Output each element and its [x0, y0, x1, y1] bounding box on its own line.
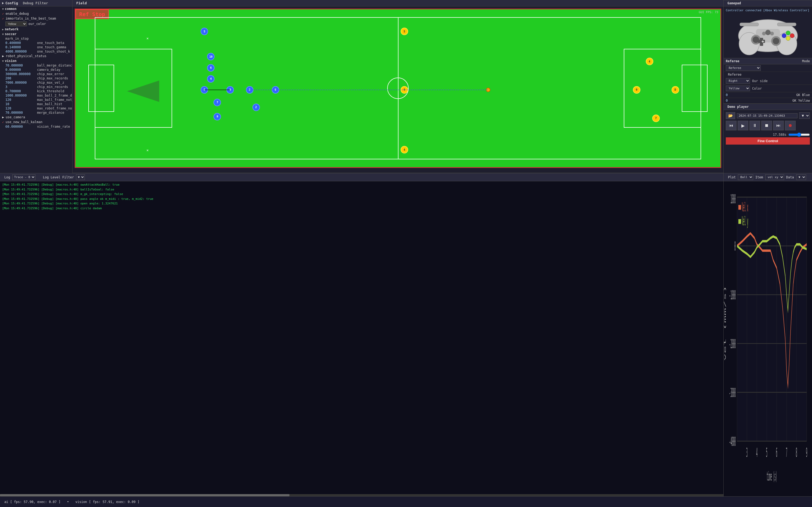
demo-open-button[interactable]: 📂 — [726, 112, 735, 119]
one-touch-beta-key: one_touch_beta — [37, 41, 64, 45]
our-side-row: Right Left Our side — [724, 77, 812, 85]
plot-panel: Plot Ball Item vel xy Data ▼ — [723, 173, 812, 496]
demo-play-button[interactable]: ▶ — [738, 121, 748, 130]
controller-info: Controller connected [Xbox Wireless Cont… — [726, 9, 810, 12]
one-touch-gamma-val: 0.140000 — [5, 45, 35, 49]
plot-vel-xy-select[interactable]: vel xy — [765, 174, 784, 180]
soccer-section[interactable]: ▼ soccer — [0, 32, 72, 37]
svg-point-13 — [786, 36, 790, 41]
color-label: Color — [752, 87, 810, 91]
gk-yellow-row: 0 GK Yellow — [724, 98, 812, 104]
immortals-check-icon: ✓ — [2, 17, 4, 20]
one-touch-shoot-val: 4000.000000 — [5, 50, 35, 53]
log-scrollbar[interactable] — [0, 494, 723, 496]
our-color-select[interactable]: Yellow Blue — [5, 21, 27, 26]
robot-blue-2: 2 — [252, 104, 260, 111]
common-section[interactable]: ▼ common — [0, 6, 72, 11]
log-line-3: [Mon 15:49:41.732596] [Debug] [macros.h:… — [2, 192, 721, 196]
enable-debug-label: enable_debug — [6, 12, 29, 15]
referee-label: Referee — [726, 59, 740, 63]
svg-text:-3000: -3000 — [729, 386, 736, 400]
max-ball-hist-val: 10 — [5, 102, 35, 106]
ai-status: ai [ fps: 57.90, exec: 0.07 ] — [4, 500, 61, 504]
trace-select[interactable]: Trace - 0 Debug - 1 Info - 2 — [12, 174, 36, 180]
our-side-label: Our side — [752, 79, 810, 83]
network-section[interactable]: ▶ network — [0, 27, 72, 32]
gk-yellow-val: 0 — [726, 99, 728, 103]
ball-merge-key: ball_merge_distance — [37, 64, 72, 67]
max-ball-2-frame-key: max_ball_2_frame_dis — [37, 94, 72, 97]
robot-yellow-4a: 4 — [646, 58, 653, 65]
immortals-item[interactable]: ✓ immortals_is_the_best_team — [0, 16, 72, 21]
enable-debug-item[interactable]: ✓ enable_debug — [0, 11, 72, 16]
kick-threshold-row: 0.700000 kick_threshold — [0, 89, 72, 93]
ball-merge-val: 70.000000 — [5, 64, 35, 67]
plot-data-select[interactable]: ▼ — [796, 174, 806, 180]
demo-stop-button[interactable]: ⏹ — [761, 121, 772, 130]
our-side-select[interactable]: Right Left — [726, 78, 750, 84]
demo-file-select[interactable]: ▼ — [799, 112, 810, 119]
plot-header: Plot Ball Item vel xy Data ▼ — [724, 173, 812, 181]
gk-blue-val: 0 — [726, 93, 728, 97]
robot-blue-5b: 5 — [201, 86, 208, 94]
network-label: network — [5, 27, 18, 31]
field-panel: Field Ref Stop GUI FPS: 73 × × 5 10 6 4 … — [72, 0, 723, 173]
chip-max-error-key: chip_max_error — [37, 72, 64, 76]
field-panel-header: Field — [72, 0, 723, 6]
log-level-filter-select[interactable]: ▼ — [76, 174, 85, 180]
log-level-filter-label: Log Level Filter — [43, 175, 74, 179]
svg-text:-2000: -2000 — [729, 337, 736, 351]
svg-point-7 — [773, 38, 779, 44]
ball-merge-row: 70.000000 ball_merge_distance — [0, 63, 72, 68]
robot-blue-6a: 6 — [207, 64, 214, 72]
svg-text:5: 5 — [766, 445, 767, 460]
svg-rect-21 — [737, 197, 807, 441]
fine-control-button[interactable]: Fine Control — [726, 137, 810, 145]
svg-rect-15 — [777, 23, 796, 26]
one-touch-beta-row: 0.400000 one_touch_beta — [0, 41, 72, 45]
demo-player-header: Demo player — [724, 104, 812, 110]
demo-file-input[interactable] — [737, 113, 798, 118]
demo-rewind-button[interactable]: ⏮ — [726, 121, 737, 130]
use-camera-item[interactable]: ▶ use_camera — [0, 115, 72, 120]
merge-distance-key: merge_distance — [37, 111, 64, 115]
status-separator: • — [67, 500, 69, 504]
camera-delay-val: 0.000000 — [5, 68, 35, 72]
referee-option-text: Referee — [728, 73, 742, 76]
robot-blue-9: 9 — [213, 113, 221, 120]
demo-forward-button[interactable]: ⏭ — [773, 121, 784, 130]
robot-physical-label: robot_physical_status — [6, 54, 46, 58]
use-new-ball-item[interactable]: ✓ use_new_ball_kalman — [0, 120, 72, 124]
demo-time-slider[interactable] — [789, 132, 810, 137]
kick-threshold-key: kick_threshold — [37, 89, 64, 93]
robot-yellow-0: 0 — [633, 86, 641, 94]
our-color-label: our_color — [29, 22, 46, 26]
demo-record-button[interactable]: ⏺ — [785, 121, 796, 130]
use-new-ball-check-icon: ✓ — [2, 120, 4, 124]
plot-ball-select[interactable]: Ball — [738, 174, 753, 180]
referee-mode-select[interactable]: Referee Manual — [726, 65, 761, 71]
vision-section[interactable]: ▼ vision — [0, 58, 72, 63]
use-new-ball-label: use_new_ball_kalman — [6, 120, 42, 124]
common-arrow-icon: ▼ — [2, 7, 4, 10]
log-scrollbar-thumb — [0, 494, 290, 496]
config-label: Config — [5, 1, 18, 5]
gui-fps-display: GUI FPS: 73 — [699, 10, 718, 14]
svg-point-12 — [782, 34, 786, 38]
fine-control-label: Fine Control — [758, 139, 778, 143]
svg-text:Vel y: Vel y — [742, 214, 748, 228]
chip-min-records-row: 3 chip_min_records — [0, 85, 72, 89]
demo-pause-button[interactable]: ⏸ — [750, 121, 760, 130]
robot-blue-7: 7 — [213, 99, 221, 106]
robot-physical-item[interactable]: ▶ robot_physical_status — [0, 54, 72, 58]
chip-max-error-row: 300000.000000 chip_max_error — [0, 72, 72, 76]
referee-mode-row: Referee Manual — [724, 64, 812, 72]
camera-delay-key: camera_delay — [37, 68, 60, 72]
vision-label: vision — [5, 59, 16, 63]
ref-stop-text: Ref Stop — [79, 11, 105, 17]
one-touch-gamma-row: 0.140000 one_touch_gamma — [0, 45, 72, 49]
max-robot-frame-row: 120 max_robot_frame_not_ — [0, 106, 72, 111]
chip-max-records-val: 200 — [5, 76, 35, 80]
color-select[interactable]: Yellow Blue — [726, 86, 750, 91]
log-panel: Log Trace - 0 Debug - 1 Info - 2 Log Lev… — [0, 173, 723, 496]
